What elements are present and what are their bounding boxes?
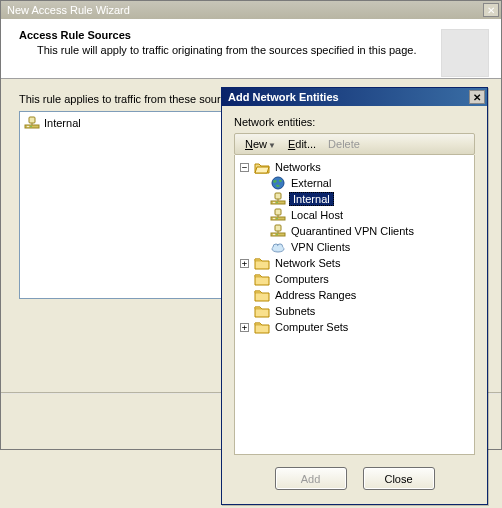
tree-label: Network Sets — [273, 257, 342, 269]
wizard-banner-image — [441, 29, 489, 77]
entities-close-button[interactable]: ✕ — [469, 90, 485, 104]
folder-icon — [254, 255, 270, 271]
entities-tree[interactable]: − Networks External — [234, 155, 475, 455]
tree-node-computers[interactable]: Computers — [239, 271, 472, 287]
entities-titlebar: Add Network Entities ✕ — [222, 88, 487, 106]
tree-node-network-sets[interactable]: + Network Sets — [239, 255, 472, 271]
close-icon: ✕ — [473, 92, 481, 103]
tree-node-vpn[interactable]: VPN Clients — [255, 239, 472, 255]
collapse-icon[interactable]: − — [240, 163, 249, 172]
entities-label: Network entities: — [234, 116, 475, 128]
entities-dialog: Add Network Entities ✕ Network entities:… — [221, 87, 488, 505]
tree-node-qvpn[interactable]: Quarantined VPN Clients — [255, 223, 472, 239]
tree-label: Address Ranges — [273, 289, 358, 301]
wizard-titlebar: New Access Rule Wizard ✕ — [1, 1, 501, 19]
folder-open-icon — [254, 159, 270, 175]
tree-label: VPN Clients — [289, 241, 352, 253]
wizard-header-title: Access Rule Sources — [19, 29, 489, 41]
toolbar-new-rest: ew — [253, 138, 267, 150]
folder-icon — [254, 319, 270, 335]
toolbar-edit[interactable]: Edit... — [284, 137, 320, 151]
tree-node-subnets[interactable]: Subnets — [239, 303, 472, 319]
close-button[interactable]: Close — [363, 467, 435, 490]
net-qvpn-icon — [270, 223, 286, 239]
folder-icon — [254, 271, 270, 287]
entities-title: Add Network Entities — [228, 91, 339, 103]
tree-node-computer-sets[interactable]: + Computer Sets — [239, 319, 472, 335]
entities-toolbar: New▼ Edit... Delete — [234, 133, 475, 155]
tree-node-networks[interactable]: − Networks External — [239, 159, 472, 255]
tree-label: Quarantined VPN Clients — [289, 225, 416, 237]
entities-button-row: Add Close — [234, 455, 475, 494]
tree-label: Internal — [289, 192, 334, 206]
tree-node-localhost[interactable]: Local Host — [255, 207, 472, 223]
expand-icon[interactable]: + — [240, 323, 249, 332]
tree-label: External — [289, 177, 333, 189]
toolbar-new[interactable]: New▼ — [241, 137, 280, 151]
expand-icon[interactable]: + — [240, 259, 249, 268]
wizard-title: New Access Rule Wizard — [7, 4, 130, 16]
net-internal-icon — [24, 115, 40, 131]
tree-node-internal[interactable]: Internal — [255, 191, 472, 207]
globe-icon — [270, 175, 286, 191]
toolbar-new-mnemonic: N — [245, 138, 253, 150]
entities-body: Network entities: New▼ Edit... Delete − … — [222, 106, 487, 504]
toolbar-edit-rest: dit... — [295, 138, 316, 150]
add-button[interactable]: Add — [275, 467, 347, 490]
close-icon: ✕ — [487, 5, 495, 16]
tree-node-external[interactable]: External — [255, 175, 472, 191]
tree-node-address-ranges[interactable]: Address Ranges — [239, 287, 472, 303]
cloud-icon — [270, 239, 286, 255]
net-internal-icon — [270, 191, 286, 207]
chevron-down-icon: ▼ — [268, 141, 276, 150]
tree-label: Local Host — [289, 209, 345, 221]
wizard-header-desc: This rule will apply to traffic originat… — [37, 44, 489, 56]
folder-icon — [254, 287, 270, 303]
wizard-header: Access Rule Sources This rule will apply… — [1, 19, 501, 79]
net-localhost-icon — [270, 207, 286, 223]
tree-label: Computers — [273, 273, 331, 285]
tree-label: Networks — [273, 161, 323, 173]
tree-label: Subnets — [273, 305, 317, 317]
source-item-label: Internal — [44, 117, 81, 129]
wizard-close-button[interactable]: ✕ — [483, 3, 499, 17]
toolbar-delete[interactable]: Delete — [324, 137, 364, 151]
tree-label: Computer Sets — [273, 321, 350, 333]
folder-icon — [254, 303, 270, 319]
